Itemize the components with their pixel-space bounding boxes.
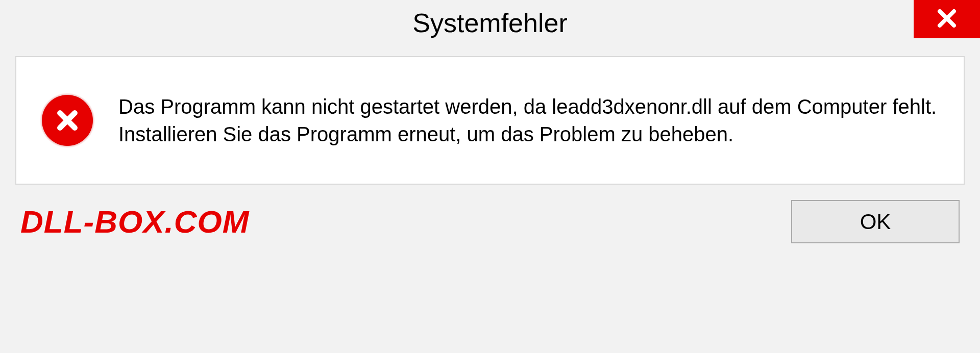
dialog-title: Systemfehler xyxy=(412,8,567,38)
error-icon xyxy=(42,95,93,146)
error-message: Das Programm kann nicht gestartet werden… xyxy=(118,93,938,148)
svg-line-3 xyxy=(60,113,75,128)
close-button[interactable] xyxy=(914,0,980,38)
dialog-footer: DLL-BOX.COM OK xyxy=(0,185,980,243)
watermark-label: DLL-BOX.COM xyxy=(20,204,249,240)
close-icon xyxy=(935,6,959,33)
ok-button[interactable]: OK xyxy=(791,200,960,243)
ok-button-label: OK xyxy=(860,210,891,234)
titlebar: Systemfehler xyxy=(0,0,980,46)
svg-line-2 xyxy=(60,113,75,128)
dialog-content: Das Programm kann nicht gestartet werden… xyxy=(15,56,965,185)
